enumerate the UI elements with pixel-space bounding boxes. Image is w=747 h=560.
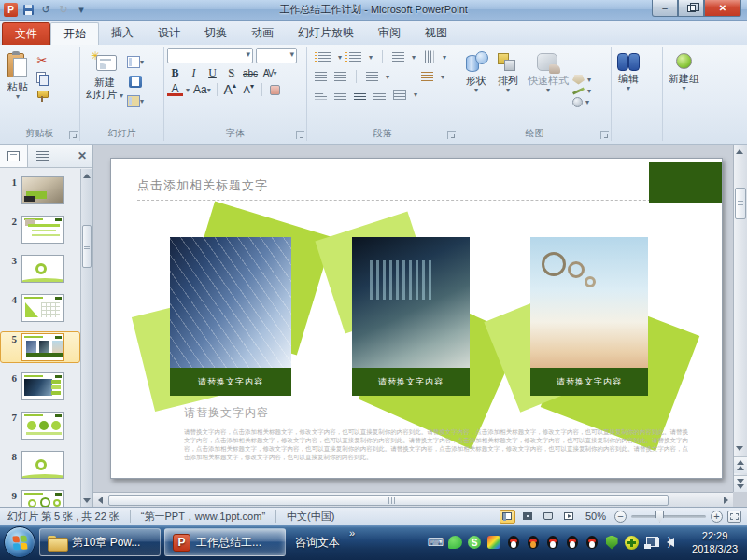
minimize-button[interactable]: – — [652, 0, 678, 17]
antivirus-shield-icon[interactable] — [604, 535, 619, 550]
slideshow-button[interactable] — [561, 510, 577, 524]
taskbar-clock[interactable]: 22:29 2018/3/23 — [686, 529, 743, 555]
new-group-button[interactable]: 新建组 ▾ — [665, 50, 703, 129]
tab-file[interactable]: 文件 — [2, 22, 50, 45]
underline-button[interactable]: U — [204, 65, 220, 80]
close-button[interactable]: ✕ — [704, 0, 741, 17]
shapes-button[interactable]: 形状 ▾ — [460, 49, 492, 127]
body-heading[interactable]: 请替换文字内容 — [184, 405, 269, 421]
taskbar-item-folder[interactable]: 第10章 Pow... — [39, 528, 161, 556]
scrollbar-thumb[interactable] — [108, 495, 669, 506]
qq-icon-4[interactable] — [565, 535, 580, 550]
panel-scrollbar[interactable] — [80, 169, 92, 507]
normal-view-button[interactable] — [500, 510, 515, 524]
slide-thumbnail-3[interactable]: 3 — [0, 253, 80, 285]
shape-outline-button[interactable]: ▾ — [572, 88, 591, 94]
slide-thumbnail-2[interactable]: 2 — [0, 214, 80, 245]
image-card-3[interactable]: 请替换文字内容 — [530, 237, 648, 396]
editing-button[interactable]: 编辑 ▾ — [613, 50, 643, 129]
arrange-button[interactable]: 排列 ▾ — [492, 49, 524, 127]
align-text-button[interactable] — [421, 72, 433, 81]
slide-sorter-button[interactable] — [520, 510, 536, 524]
tab-transitions[interactable]: 切换 — [192, 22, 239, 45]
tim-icon[interactable] — [486, 535, 501, 550]
tab-animations[interactable]: 动画 — [239, 22, 286, 45]
align-right-button[interactable] — [354, 91, 366, 100]
character-spacing-button[interactable]: AV▾ — [261, 65, 277, 80]
line-spacing-button[interactable] — [392, 52, 404, 62]
quick-styles-button[interactable]: 快速样式 ▾ — [524, 49, 572, 127]
messenger-icon[interactable]: S — [467, 535, 482, 550]
start-button[interactable] — [4, 526, 35, 558]
health-plus-icon[interactable] — [624, 535, 639, 550]
paste-button[interactable]: 粘贴 ▾ — [2, 49, 34, 127]
photo-staircase[interactable] — [170, 237, 291, 368]
convert-smartart-button[interactable] — [393, 90, 406, 100]
italic-button[interactable]: I — [186, 65, 202, 80]
qq-icon-5[interactable] — [585, 535, 599, 550]
slide-thumbnail-8[interactable]: 8 — [0, 449, 80, 481]
qq-icon-2[interactable] — [526, 535, 541, 550]
font-dialog-launcher-icon[interactable] — [296, 131, 304, 139]
justify-button[interactable] — [374, 91, 386, 100]
theme-status[interactable]: “第一PPT，www.1ppt.com” — [137, 510, 269, 524]
scroll-down-button[interactable] — [81, 494, 92, 507]
zoom-slider[interactable] — [631, 515, 706, 518]
wechat-icon[interactable] — [447, 535, 462, 550]
tab-insert[interactable]: 插入 — [99, 22, 146, 45]
taskbar-toolbar-label[interactable]: 咨询文本 — [289, 535, 345, 551]
drawing-dialog-launcher-icon[interactable] — [600, 131, 609, 139]
next-slide-button[interactable] — [734, 475, 747, 492]
tab-design[interactable]: 设计 — [146, 22, 192, 45]
image-caption[interactable]: 请替换文字内容 — [352, 368, 470, 396]
body-text-placeholder[interactable]: 请替换文字内容，点击添加相关标题文字，修改文字内容，也可以直接复制你的内容到此。… — [184, 427, 688, 476]
zoom-in-button[interactable]: + — [711, 511, 723, 523]
image-caption[interactable]: 请替换文字内容 — [530, 368, 648, 396]
numbering-button[interactable] — [349, 52, 361, 62]
new-slide-button[interactable]: ✳ 新建 幻灯片 ▾ — [82, 49, 127, 127]
grow-font-button[interactable]: A▴ — [222, 82, 238, 97]
shape-fill-button[interactable]: ▾ — [572, 75, 591, 85]
panel-close-button[interactable]: ✕ — [72, 149, 92, 162]
text-shadow-button[interactable]: S — [223, 65, 239, 80]
image-card-1[interactable]: 请替换文字内容 — [170, 237, 291, 396]
previous-slide-button[interactable] — [734, 456, 747, 473]
slide-thumbnail-1[interactable]: 1 — [0, 175, 80, 206]
photo-gears-hand[interactable] — [530, 237, 648, 368]
language-status[interactable]: 中文(中国) — [283, 510, 338, 524]
align-center-button[interactable] — [334, 91, 346, 100]
align-left-button[interactable] — [315, 91, 327, 100]
scrollbar-thumb[interactable] — [735, 188, 746, 219]
keyboard-icon[interactable]: ⌨ — [428, 535, 443, 550]
photo-mouse-hand[interactable] — [352, 237, 470, 368]
layout-button[interactable]: ▾ — [127, 54, 144, 70]
slide-thumbnail-9[interactable]: 9 — [0, 488, 80, 507]
change-case-button[interactable]: Aa▾ — [192, 82, 212, 97]
slide-thumbnail-5-selected[interactable]: 5 — [0, 331, 80, 363]
scroll-left-button[interactable] — [93, 493, 107, 507]
image-card-2[interactable]: 请替换文字内容 — [352, 237, 470, 396]
bullets-button[interactable] — [318, 52, 331, 62]
zoom-out-button[interactable]: − — [614, 511, 627, 523]
paragraph-dialog-launcher-icon[interactable] — [447, 131, 456, 139]
scroll-up-button[interactable] — [81, 169, 92, 182]
qq-icon-1[interactable] — [506, 535, 521, 550]
reading-view-button[interactable] — [541, 510, 557, 524]
slide-thumbnail-6[interactable]: 6 — [0, 371, 80, 402]
qq-icon-3[interactable] — [545, 535, 560, 550]
scroll-up-button[interactable] — [734, 145, 745, 158]
volume-icon[interactable] — [663, 535, 678, 550]
scroll-down-button[interactable] — [734, 441, 745, 455]
slide-canvas[interactable]: 点击添加相关标题文字 请替换文字内容 请替换文字内容 — [110, 158, 723, 479]
horizontal-scrollbar[interactable] — [93, 492, 733, 507]
shape-effects-button[interactable]: ▾ — [572, 97, 591, 107]
outline-view-tab[interactable] — [28, 145, 56, 167]
tab-view[interactable]: 视图 — [413, 22, 459, 45]
section-button[interactable]: ▾ — [127, 93, 144, 109]
columns-button[interactable] — [366, 72, 378, 81]
font-size-combo[interactable] — [256, 48, 297, 63]
copy-button[interactable] — [34, 70, 50, 86]
decrease-indent-button[interactable] — [315, 72, 327, 81]
image-caption[interactable]: 请替换文字内容 — [170, 368, 291, 396]
cut-button[interactable]: ✂ — [34, 52, 50, 68]
